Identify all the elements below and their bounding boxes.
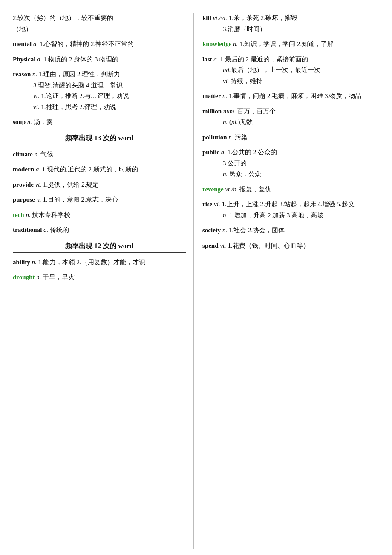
headword: public bbox=[202, 149, 219, 156]
pos-tag: vt. bbox=[35, 181, 42, 188]
definition: 1.理由，原因 2.理性，判断力 bbox=[39, 71, 120, 78]
definition-extra: 3.公开的 bbox=[202, 158, 383, 169]
pos-tag: vt./vi. bbox=[213, 14, 227, 21]
definition: 1.社会 2.协会，团体 bbox=[229, 227, 285, 234]
list-item: 2.较次（劣）的（地），较不重要的 （地） bbox=[13, 13, 186, 35]
pos-tag: n. bbox=[33, 151, 39, 158]
pos-tag: a. bbox=[36, 166, 40, 173]
list-item: knowledge n. 1.知识，学识，学问 2.知道，了解 bbox=[202, 39, 383, 50]
headword: soup bbox=[13, 119, 26, 125]
pos-tag: n. bbox=[36, 196, 41, 203]
main-columns: 2.较次（劣）的（地），较不重要的 （地） mental a. 1.心智的，精神… bbox=[0, 13, 392, 549]
list-item: rise vi. 1.上升，上涨 2.升起 3.站起，起床 4.增强 5.起义 … bbox=[202, 199, 383, 221]
definition: 1.目的，意图 2.意志，决心 bbox=[43, 196, 118, 203]
entry-text-cont: （地） bbox=[13, 26, 32, 32]
headword-green: revenge bbox=[202, 186, 224, 193]
list-item: society n. 1.社会 2.协会，团体 bbox=[202, 225, 383, 236]
definition-extra: vt. 1.论证，推断 2.与…评理，劝说 bbox=[13, 91, 186, 102]
pos-tag: vt./n. bbox=[225, 186, 238, 193]
pos-tag: vi. bbox=[214, 201, 220, 208]
definition: 1.公共的 2.公众的 bbox=[228, 149, 277, 156]
definition: 污染 bbox=[235, 134, 248, 141]
pos-tag: a. bbox=[37, 56, 42, 63]
definition-extra: 3.消磨（时间） bbox=[202, 24, 383, 35]
definition: 1.现代的,近代的 2.新式的，时新的 bbox=[42, 166, 138, 173]
headword: provide bbox=[13, 181, 34, 188]
definition-extra: vi. 1.推理，思考 2.评理，劝说 bbox=[13, 102, 186, 113]
pos-tag: n. bbox=[233, 40, 238, 47]
definition: 1.能力，本领 2.（用复数）才能，才识 bbox=[38, 259, 145, 266]
list-item: pollution n. 污染 bbox=[202, 132, 383, 143]
headword: pollution bbox=[202, 134, 227, 141]
headword: rise bbox=[202, 201, 212, 208]
list-item: revenge vt./n. 报复，复仇 bbox=[202, 184, 383, 195]
definition-extra: ad.最后（地），上一次，最近一次 bbox=[202, 65, 383, 76]
pos-tag: n. bbox=[228, 134, 233, 141]
section-header-13: 频率出现 13 次的 word bbox=[13, 134, 186, 143]
definition-extra: vi. 持续，维持 bbox=[202, 76, 383, 87]
definition-extra: n. 民众，公众 bbox=[202, 169, 383, 180]
pos-tag: a. bbox=[213, 56, 218, 63]
headword-green: drought bbox=[13, 274, 35, 280]
entry-text: 2.较次（劣）的（地），较不重要的 bbox=[13, 14, 113, 21]
headword: spend bbox=[202, 242, 219, 249]
definition: 1.提供，供给 2.规定 bbox=[43, 181, 99, 188]
definition: 1.最后的 2.最近的，紧接前面的 bbox=[220, 56, 308, 63]
list-item: traditional a. 传统的 bbox=[13, 225, 186, 236]
headword: purpose bbox=[13, 196, 35, 203]
definition-extra: 3.理智,清醒的头脑 4.道理，常识 bbox=[13, 80, 186, 91]
definition: 百万，百万个 bbox=[237, 108, 276, 115]
list-item: mental a. 1.心智的，精神的 2.神经不正常的 bbox=[13, 39, 186, 50]
pos-tag: n. bbox=[26, 211, 30, 218]
pos-tag: n. bbox=[222, 92, 227, 99]
list-item: public a. 1.公共的 2.公众的 3.公开的 n. 民众，公众 bbox=[202, 147, 383, 180]
section-divider-12 bbox=[13, 252, 186, 253]
list-item: ability n. 1.能力，本领 2.（用复数）才能，才识 bbox=[13, 257, 186, 268]
definition: 传统的 bbox=[50, 226, 69, 233]
pos-tag: a. bbox=[33, 40, 38, 47]
definition: 1.心智的，精神的 2.神经不正常的 bbox=[40, 40, 134, 47]
headword: Physical bbox=[13, 56, 35, 63]
headword: matter bbox=[202, 92, 221, 99]
list-item: provide vt. 1.提供，供给 2.规定 bbox=[13, 179, 186, 191]
headword: kill bbox=[202, 14, 211, 21]
pos-tag: n. bbox=[32, 259, 37, 266]
list-item: spend vt. 1.花费（钱、时间、心血等） bbox=[202, 240, 383, 251]
right-column: kill vt./vi. 1.杀，杀死 2.破坏，摧毁 3.消磨（时间） kno… bbox=[194, 13, 392, 549]
headword: last bbox=[202, 56, 212, 63]
headword-green: knowledge bbox=[202, 40, 231, 47]
pos-tag: n. bbox=[27, 119, 32, 125]
list-item: climate n. 气候 bbox=[13, 149, 186, 160]
definition: 1.物质的 2.身体的 3.物理的 bbox=[43, 56, 118, 63]
left-column: 2.较次（劣）的（地），较不重要的 （地） mental a. 1.心智的，精神… bbox=[0, 13, 194, 549]
definition: 汤，羹 bbox=[34, 119, 53, 125]
list-item: Physical a. 1.物质的 2.身体的 3.物理的 bbox=[13, 54, 186, 65]
headword-green: tech bbox=[13, 211, 24, 218]
list-item: drought n. 干旱，旱灾 bbox=[13, 272, 186, 283]
list-item: reason n. 1.理由，原因 2.理性，判断力 3.理智,清醒的头脑 4.… bbox=[13, 69, 186, 113]
list-item: tech n. 技术专科学校 bbox=[13, 210, 186, 221]
definition: 技术专科学校 bbox=[32, 211, 70, 218]
pos-tag: a. bbox=[43, 226, 48, 233]
pos-tag: n. bbox=[32, 71, 37, 78]
definition: 1.花费（钱、时间、心血等） bbox=[228, 242, 309, 249]
headword: million bbox=[202, 108, 222, 115]
section-divider bbox=[13, 145, 186, 145]
definition: 1.上升，上涨 2.升起 3.站起，起床 4.增强 5.起义 bbox=[222, 201, 354, 208]
headword: reason bbox=[13, 71, 31, 78]
headword: traditional bbox=[13, 226, 42, 233]
definition: 气候 bbox=[40, 151, 53, 158]
headword: ability bbox=[13, 259, 30, 266]
list-item: kill vt./vi. 1.杀，杀死 2.破坏，摧毁 3.消磨（时间） bbox=[202, 13, 383, 35]
list-item: soup n. 汤，羹 bbox=[13, 117, 186, 128]
section-header-12: 频率出现 12 次的 word bbox=[13, 242, 186, 251]
definition: 干旱，旱灾 bbox=[43, 274, 75, 280]
list-item: last a. 1.最后的 2.最近的，紧接前面的 ad.最后（地），上一次，最… bbox=[202, 54, 383, 87]
headword: modern bbox=[13, 166, 34, 173]
pos-tag: vt. bbox=[220, 242, 226, 249]
page: 2.较次（劣）的（地），较不重要的 （地） mental a. 1.心智的，精神… bbox=[0, 13, 392, 555]
definition: 1.杀，杀死 2.破坏，摧毁 bbox=[229, 14, 297, 21]
pos-tag: n. bbox=[36, 274, 41, 280]
pos-tag: n. bbox=[222, 227, 227, 234]
headword: climate bbox=[13, 151, 33, 158]
